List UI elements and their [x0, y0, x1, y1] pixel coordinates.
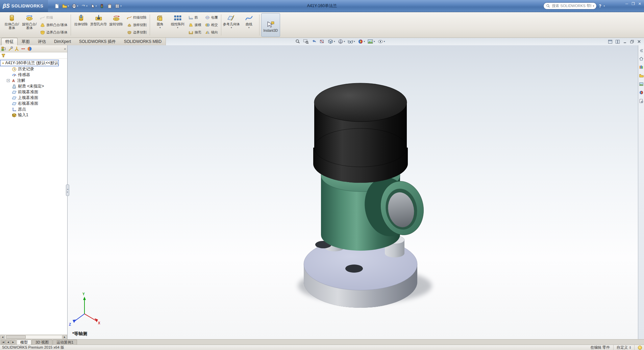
- apply-scene-button[interactable]: ▾: [367, 39, 375, 44]
- curves-button[interactable]: 曲线 ▾: [241, 13, 257, 37]
- previous-view-button[interactable]: [311, 39, 317, 44]
- section-view-button[interactable]: [319, 39, 325, 44]
- tree-item-imported[interactable]: 输入1: [0, 112, 67, 118]
- lofted-boss-button[interactable]: 放样凸台/基体: [39, 22, 68, 28]
- open-button[interactable]: ▾: [61, 3, 70, 9]
- zoom-to-fit-button[interactable]: [295, 39, 301, 44]
- doc-minimize-icon[interactable]: [623, 40, 627, 44]
- custom-properties-icon[interactable]: [639, 99, 644, 103]
- shell-button[interactable]: 抽壳: [188, 29, 202, 36]
- file-properties-button[interactable]: [106, 3, 113, 9]
- tree-horizontal-scrollbar[interactable]: ◀ ▶: [0, 334, 67, 339]
- help-button[interactable]: ?: [599, 4, 601, 8]
- panel-splitter-handle[interactable]: ◂▸: [66, 184, 69, 196]
- zoom-to-area-button[interactable]: [303, 39, 309, 44]
- select-button[interactable]: ▾: [89, 3, 98, 9]
- tree-item-origin[interactable]: 原点: [0, 106, 67, 112]
- fillet-button[interactable]: 圆角 ▾: [152, 13, 169, 37]
- wrap-button[interactable]: 包覆: [204, 14, 219, 21]
- instant3d-button[interactable]: Instant3D: [261, 13, 280, 37]
- view-settings-button[interactable]: ▾: [377, 39, 385, 44]
- close-button[interactable]: ✕: [638, 2, 641, 6]
- rib-button[interactable]: 筋: [188, 14, 202, 21]
- scrollbar-track[interactable]: [5, 335, 62, 339]
- first-tab-button[interactable]: |◀: [1, 340, 5, 344]
- edit-appearance-button[interactable]: ▾: [357, 39, 365, 44]
- appearances-icon[interactable]: [639, 90, 644, 95]
- configurationmanager-icon[interactable]: [14, 46, 19, 51]
- hole-wizard-button[interactable]: 异型孔向导: [90, 13, 107, 37]
- tab-sketch[interactable]: 草图: [18, 38, 34, 45]
- displaymanager-icon[interactable]: [27, 46, 32, 51]
- tab-3d-views[interactable]: 3D 视图: [32, 340, 52, 345]
- rebuild-button[interactable]: [98, 3, 105, 9]
- minimize-button[interactable]: ─: [625, 2, 628, 6]
- graphics-area[interactable]: Y X Z *等轴测: [68, 45, 638, 339]
- tree-item-front-plane[interactable]: 前视基准面: [0, 89, 67, 95]
- units-dropdown[interactable]: 自定义 ▲▼: [613, 345, 635, 350]
- scroll-left-button[interactable]: ◀: [0, 335, 5, 339]
- doc-close-icon[interactable]: [637, 40, 641, 44]
- new-document-button[interactable]: [53, 3, 60, 9]
- maximize-button[interactable]: ❐: [631, 2, 635, 6]
- scroll-right-button[interactable]: ▶: [63, 335, 67, 339]
- extruded-boss-button[interactable]: 拉伸凸台/基体: [3, 13, 20, 37]
- tab-addins[interactable]: SOLIDWORKS 插件: [75, 38, 120, 45]
- revolved-boss-button[interactable]: 旋转凸台/基体: [21, 13, 38, 37]
- print-button[interactable]: ▾: [71, 3, 79, 9]
- swept-cut-button[interactable]: 扫描切除: [126, 14, 147, 21]
- tab-mbd[interactable]: SOLIDWORKS MBD: [120, 38, 166, 45]
- collapse-icon[interactable]: [639, 49, 643, 53]
- tree-item-material[interactable]: 材质 <未指定>: [0, 83, 67, 89]
- tab-features[interactable]: 特征: [1, 38, 18, 45]
- tab-evaluate[interactable]: 评估: [34, 38, 50, 45]
- tree-item-sensors[interactable]: 传感器: [0, 72, 67, 78]
- view-orientation-button[interactable]: ▾: [327, 39, 335, 44]
- draft-button[interactable]: 拔模: [188, 22, 202, 28]
- prev-tab-button[interactable]: ◀: [6, 340, 10, 344]
- hide-show-items-button[interactable]: ▾: [347, 39, 355, 44]
- revolved-cut-button[interactable]: 旋转切除: [108, 13, 125, 37]
- display-style-button[interactable]: ▾: [338, 39, 345, 44]
- scrollbar-thumb[interactable]: [6, 335, 26, 339]
- tile-windows-icon[interactable]: [615, 40, 620, 44]
- extruded-cut-button[interactable]: 拉伸切除: [73, 13, 90, 37]
- design-library-icon[interactable]: [639, 65, 644, 70]
- new-window-icon[interactable]: [608, 40, 613, 44]
- reference-geometry-button[interactable]: 参考几何体 ▾: [223, 13, 240, 37]
- tree-item-history[interactable]: 历史记录: [0, 66, 67, 72]
- doc-restore-icon[interactable]: [630, 40, 634, 44]
- tree-item-right-plane[interactable]: 右视基准面: [0, 101, 67, 106]
- tab-dimxpert[interactable]: DimXpert: [50, 38, 75, 45]
- model-3d[interactable]: Y X Z *等轴测: [68, 45, 638, 339]
- search-input[interactable]: 搜索 SOLIDWORKS 帮助 ▾: [543, 2, 597, 9]
- options-button[interactable]: ▾: [114, 3, 122, 9]
- tree-filter-bar[interactable]: [0, 52, 67, 59]
- tab-model[interactable]: 模型: [17, 340, 31, 345]
- propertymanager-icon[interactable]: [8, 46, 13, 51]
- featuremanager-icon[interactable]: [1, 46, 6, 51]
- curves-dropdown[interactable]: ▾: [248, 26, 250, 29]
- view-palette-icon[interactable]: [639, 82, 644, 86]
- tab-motion-study[interactable]: 运动算例1: [53, 340, 77, 345]
- lofted-cut-button[interactable]: 放样切割: [126, 22, 147, 28]
- boundary-boss-button[interactable]: 边界凸台/基体: [39, 29, 68, 36]
- tree-item-annotations[interactable]: + A 注解: [0, 78, 67, 83]
- swept-boss-button[interactable]: 扫描: [39, 14, 68, 21]
- undo-button[interactable]: ▾: [80, 3, 88, 9]
- next-tab-button[interactable]: ▶: [11, 340, 16, 344]
- help-dropdown[interactable]: ▾: [603, 5, 605, 7]
- dimxpertmanager-icon[interactable]: [21, 46, 26, 51]
- intersect-button[interactable]: 相交: [204, 22, 219, 28]
- fillet-dropdown[interactable]: ▾: [159, 26, 161, 29]
- linear-pattern-dropdown[interactable]: ▾: [177, 26, 178, 29]
- linear-pattern-button[interactable]: 线性阵列 ▾: [169, 13, 186, 37]
- file-explorer-icon[interactable]: [639, 73, 644, 78]
- reference-geometry-dropdown[interactable]: ▾: [231, 26, 232, 29]
- quick-tips-icon[interactable]: [638, 346, 642, 350]
- expand-toggle[interactable]: +: [7, 79, 10, 82]
- panel-tabs-overflow[interactable]: »: [64, 47, 66, 51]
- mirror-button[interactable]: 镜向: [204, 29, 219, 36]
- tree-item-top-plane[interactable]: 上视基准面: [0, 95, 67, 101]
- resources-icon[interactable]: [639, 56, 644, 61]
